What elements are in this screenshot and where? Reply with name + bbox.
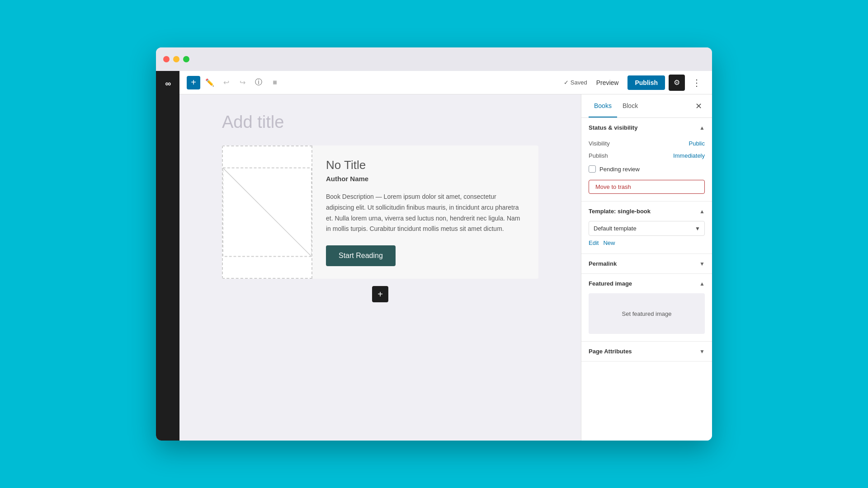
saved-check-icon: ✓ xyxy=(564,79,569,86)
template-edit-link[interactable]: Edit xyxy=(589,239,599,246)
book-block: No Title Author Name Book Description — … xyxy=(222,145,538,279)
publish-label: Publish xyxy=(589,152,608,159)
saved-indicator: ✓ Saved xyxy=(564,79,587,86)
permalink-header[interactable]: Permalink ▼ xyxy=(581,254,712,273)
tab-block[interactable]: Block xyxy=(617,95,643,117)
status-visibility-body: Visibility Public Publish Immediately Pe… xyxy=(581,137,712,201)
visibility-value[interactable]: Public xyxy=(689,140,705,147)
preview-button[interactable]: Preview xyxy=(591,76,624,89)
publish-value[interactable]: Immediately xyxy=(673,152,705,159)
info-button[interactable]: ⓘ xyxy=(252,76,265,89)
undo-button[interactable]: ↩ xyxy=(219,76,233,89)
chevron-up-icon-3: ▲ xyxy=(699,281,705,287)
post-title[interactable]: Add title xyxy=(222,113,538,132)
sidebar-tab-group: Books Block xyxy=(589,95,643,117)
top-bar-left: + ✏️ ↩ ↪ ⓘ ≡ xyxy=(187,76,560,89)
permalink-section: Permalink ▼ xyxy=(581,254,712,274)
featured-image-placeholder[interactable]: Set featured image xyxy=(589,293,705,334)
featured-image-body: Set featured image xyxy=(581,293,712,341)
visibility-label: Visibility xyxy=(589,140,610,147)
more-options-button[interactable]: ⋮ xyxy=(689,75,705,90)
chevron-down-icon-2: ▼ xyxy=(699,348,705,355)
template-select-wrapper: Default templateFull width ▼ xyxy=(589,221,705,236)
status-visibility-section: Status & visibility ▲ Visibility Public … xyxy=(581,118,712,202)
placeholder-svg xyxy=(223,146,311,278)
start-reading-button[interactable]: Start Reading xyxy=(326,245,396,266)
publish-button[interactable]: Publish xyxy=(627,75,665,90)
move-to-trash-button[interactable]: Move to trash xyxy=(589,180,705,194)
template-links: Edit New xyxy=(589,239,705,246)
close-button[interactable] xyxy=(163,56,170,62)
book-title: No Title xyxy=(326,158,525,172)
template-header[interactable]: Template: single-book ▲ xyxy=(581,202,712,221)
chevron-up-icon-2: ▲ xyxy=(699,208,705,215)
sidebar-close-button[interactable]: ✕ xyxy=(692,100,705,113)
chevron-up-icon: ▲ xyxy=(699,125,705,131)
main-editor[interactable]: Add title No Title Author Name xyxy=(179,94,581,441)
featured-image-header[interactable]: Featured image ▲ xyxy=(581,274,712,293)
saved-text: Saved xyxy=(571,79,587,86)
template-body: Default templateFull width ▼ Edit New xyxy=(581,221,712,253)
tab-books[interactable]: Books xyxy=(589,95,617,117)
book-cover-placeholder[interactable] xyxy=(222,145,312,279)
featured-image-section: Featured image ▲ Set featured image xyxy=(581,274,712,342)
sidebar: Books Block ✕ Status & visibility ▲ xyxy=(581,94,712,441)
top-bar-right: ✓ Saved Preview Publish ⚙ ⋮ xyxy=(564,75,705,91)
status-visibility-title: Status & visibility xyxy=(589,124,637,131)
app-body: ∞ + ✏️ ↩ ↪ ⓘ ≡ ✓ Saved Pr xyxy=(156,71,712,441)
left-toolbar: ∞ xyxy=(156,71,179,441)
pending-review-label: Pending review xyxy=(599,166,640,173)
logo-icon: ∞ xyxy=(165,79,170,89)
app-logo[interactable]: ∞ xyxy=(160,75,176,92)
top-bar: + ✏️ ↩ ↪ ⓘ ≡ ✓ Saved Preview Publish ⚙ ⋮ xyxy=(179,71,712,94)
sidebar-tabs: Books Block ✕ xyxy=(581,94,712,118)
edit-mode-button[interactable]: ✏️ xyxy=(203,76,217,89)
template-section: Template: single-book ▲ Default template… xyxy=(581,202,712,254)
page-attributes-section: Page Attributes ▼ xyxy=(581,342,712,361)
minimize-button[interactable] xyxy=(173,56,179,62)
add-block-button[interactable]: + xyxy=(187,76,200,89)
title-bar xyxy=(156,47,712,71)
visibility-row: Visibility Public xyxy=(589,137,705,150)
template-new-link[interactable]: New xyxy=(603,239,615,246)
pending-review-row: Pending review xyxy=(589,162,705,176)
set-featured-image-label: Set featured image xyxy=(622,310,672,317)
content-wrapper: Add title No Title Author Name xyxy=(179,94,712,441)
list-view-button[interactable]: ≡ xyxy=(268,76,282,89)
page-attributes-title: Page Attributes xyxy=(589,348,632,355)
settings-button[interactable]: ⚙ xyxy=(669,75,685,91)
chevron-down-icon: ▼ xyxy=(699,261,705,267)
template-select[interactable]: Default templateFull width xyxy=(589,221,705,236)
add-block-inline-button[interactable]: + xyxy=(372,286,388,302)
permalink-title: Permalink xyxy=(589,260,617,267)
publish-row: Publish Immediately xyxy=(589,150,705,162)
book-author: Author Name xyxy=(326,175,525,183)
app-window: ∞ + ✏️ ↩ ↪ ⓘ ≡ ✓ Saved Pr xyxy=(156,47,712,441)
book-description: Book Description — Lorem ipsum dolor sit… xyxy=(326,192,525,235)
template-title: Template: single-book xyxy=(589,208,651,215)
status-visibility-header[interactable]: Status & visibility ▲ xyxy=(581,118,712,137)
featured-image-title: Featured image xyxy=(589,280,632,287)
page-attributes-header[interactable]: Page Attributes ▼ xyxy=(581,342,712,361)
fullscreen-button[interactable] xyxy=(183,56,189,62)
pending-review-checkbox[interactable] xyxy=(589,165,596,173)
redo-button[interactable]: ↪ xyxy=(236,76,249,89)
book-info: No Title Author Name Book Description — … xyxy=(312,145,538,279)
